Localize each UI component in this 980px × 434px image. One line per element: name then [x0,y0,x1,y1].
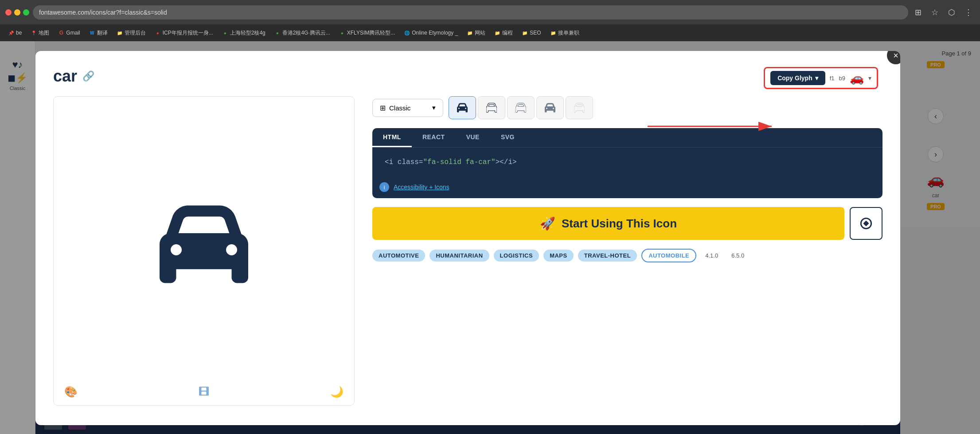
copy-glyph-button[interactable]: Copy Glyph ▾ [770,71,825,85]
bookmark-xfly[interactable]: ● XFLYSIM腾讯轻型... [336,27,398,39]
bookmark-seo[interactable]: 📁 SEO [518,28,544,38]
code-tab-vue[interactable]: VUE [456,128,490,147]
code-content: <i class="fa-solid fa-car"></i> [372,148,882,177]
bookmark-label-be: be [16,30,22,36]
bookmark-coding[interactable]: 📁 编程 [491,27,516,39]
bookmarks-bar: 📌 be 📍 地图 G Gmail W 翻译 📁 管理后台 ● ICP年报月报统… [0,24,980,41]
minimize-window-dot[interactable] [14,9,20,16]
tags-row: AUTOMOTIVE HUMANITARIAN LOGISTICS MAPS T… [372,249,882,262]
bookmark-label-map: 地图 [39,29,49,37]
bookmark-favicon-freelance: 📁 [550,30,556,36]
code-tab-react[interactable]: REACT [412,128,456,147]
bookmark-be[interactable]: 📌 be [4,28,25,38]
tag-travel-hotel[interactable]: TRAVEL-HOTEL [578,250,637,262]
accessibility-link[interactable]: Accessibility + Icons [394,184,449,191]
bookmark-label-admin: 管理后台 [125,29,146,37]
style-variant-thin[interactable] [566,96,593,119]
bookmark-favicon-hk: ● [274,30,281,36]
code-accessibility-row: i Accessibility + Icons [372,177,882,198]
kit-add-icon [860,217,872,230]
icon-options-panel: ⊞ Classic ▾ [372,96,882,406]
bookmark-translate[interactable]: W 翻译 [86,27,111,39]
tag-automotive[interactable]: AUTOMOTIVE [372,250,425,262]
copy-glyph-label: Copy Glyph [777,74,812,82]
bookmark-map[interactable]: 📍 地图 [27,27,53,39]
bookmark-label-gmail: Gmail [66,30,80,36]
modal-title: car [53,67,77,86]
copy-glyph-highlight-box: Copy Glyph ▾ f1 b9 🚗 ▾ [764,67,878,89]
window-controls [5,9,29,16]
modal-dialog: × Copy Glyph ▾ f1 b9 🚗 ▾ car 🔗 [35,51,900,425]
bookmark-favicon-xfly: ● [339,30,345,36]
action-buttons-row: 🚀 Start Using This Icon [372,207,882,240]
link-icon[interactable]: 🔗 [82,70,94,82]
code-tabs: HTML REACT VUE SVG [372,128,882,148]
glyph-dropdown-arrow: ▾ [868,74,871,82]
style-variants [449,96,593,119]
bookmark-favicon-website: 📁 [467,30,473,36]
code-tab-svg[interactable]: SVG [490,128,525,147]
tag-humanitarian[interactable]: HUMANITARIAN [429,250,489,262]
extensions-icon[interactable]: ⬡ [945,6,958,19]
code-tab-html[interactable]: HTML [372,128,412,147]
bookmark-favicon-seo: 📁 [522,30,528,36]
bookmark-admin[interactable]: 📁 管理后台 [113,27,149,39]
bookmark-icp[interactable]: ● ICP年报月报统一身... [151,27,217,39]
preview-bottom-icons: 🎨 🎞 🌙 [54,386,354,398]
bookmark-label-xfly: XFLYSIM腾讯轻型... [347,29,395,37]
moon-icon[interactable]: 🌙 [330,386,344,398]
bookmark-favicon-etymology: 🌐 [404,30,410,36]
style-dropdown-grid-icon: ⊞ [380,104,386,112]
code-class-value: "fa-solid fa-car" [423,158,495,166]
style-variant-duotone[interactable] [536,96,564,119]
version-410: 4.1.0 [701,250,722,261]
info-icon: i [379,182,389,192]
bookmark-favicon-admin: 📁 [117,30,123,36]
url-text: fontawesome.com/icons/car?f=classic&s=so… [39,9,167,16]
start-using-button[interactable]: 🚀 Start Using This Icon [372,207,844,240]
style-variant-light[interactable] [507,96,535,119]
browser-chrome: fontawesome.com/icons/car?f=classic&s=so… [0,0,980,24]
copy-glyph-dropdown-arrow: ▾ [815,74,818,82]
browser-toolbar-icons: ⊞ ☆ ⬡ ⋮ [912,6,975,19]
style-variant-regular[interactable] [478,96,505,119]
bookmark-etymology[interactable]: 🌐 Online Etymology _ [400,28,461,38]
bookmark-label-etymology: Online Etymology _ [412,30,458,36]
film-icon[interactable]: 🎞 [199,386,209,398]
tag-maps[interactable]: MAPS [543,250,574,262]
kit-add-button[interactable] [850,207,882,240]
bookmark-star-icon[interactable]: ☆ [929,6,941,19]
code-close-tag: ></i> [496,158,517,166]
style-dropdown-label: Classic [389,104,410,112]
code-panel: HTML REACT VUE SVG <i class="fa-solid fa… [372,128,882,198]
tag-logistics[interactable]: LOGISTICS [494,250,539,262]
menu-icon[interactable]: ⋮ [962,6,975,19]
style-dropdown[interactable]: ⊞ Classic ▾ [372,99,443,117]
palette-icon[interactable]: 🎨 [64,386,78,398]
close-window-dot[interactable] [5,9,12,16]
bookmark-label-coding: 编程 [502,29,513,37]
bookmark-favicon-shanghai: ● [222,30,228,36]
modal-close-button[interactable]: × [887,51,900,64]
bookmark-gmail[interactable]: G Gmail [55,28,83,38]
style-variant-solid[interactable] [449,96,476,119]
version-650: 6.5.0 [727,250,749,261]
bookmark-hk[interactable]: ● 香港2核4G·腾讯云... [271,27,334,39]
start-using-label: Start Using This Icon [562,217,677,231]
bookmark-label-freelance: 接单兼职 [558,29,579,37]
bookmark-favicon-translate: W [89,30,95,36]
bookmark-freelance[interactable]: 📁 接单兼职 [547,27,583,39]
bookmark-shanghai[interactable]: ● 上海轻型2核4g [219,27,269,39]
car-glyph-display: 🚗 [850,71,864,85]
translate-icon[interactable]: ⊞ [912,6,924,19]
maximize-window-dot[interactable] [23,9,29,16]
bookmark-label-translate: 翻译 [97,29,108,37]
bookmark-favicon-be: 📌 [8,30,14,36]
style-selector-row: ⊞ Classic ▾ [372,96,882,119]
address-bar[interactable]: fontawesome.com/icons/car?f=classic&s=so… [33,5,908,20]
tag-automobile[interactable]: automobile [641,249,696,262]
bookmark-website[interactable]: 📁 网站 [463,27,489,39]
modal-body: 🎨 🎞 🌙 ⊞ Classic ▾ [53,96,882,406]
style-dropdown-arrow: ▾ [432,104,436,112]
bookmark-label-website: 网站 [475,29,485,37]
